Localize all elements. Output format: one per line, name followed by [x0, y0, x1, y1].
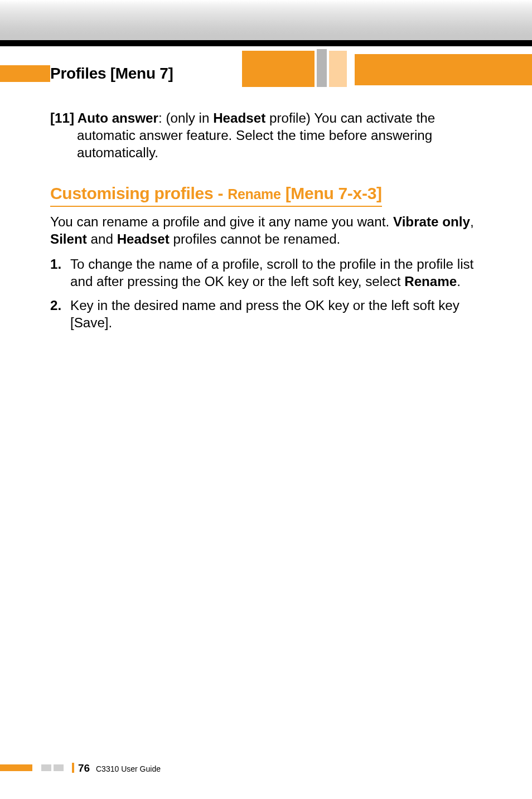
step-2-number: 2. — [50, 297, 70, 332]
h2-part2: [Menu 7-x-3] — [281, 184, 382, 202]
item-11-paragraph: [11] Auto answer: (only in Headset profi… — [50, 110, 494, 162]
item-11-colon: : (only in — [158, 110, 213, 125]
step-2: 2. Key in the desired name and press the… — [50, 297, 494, 332]
rename-intro-vibrate: Vibrate only — [393, 214, 470, 229]
step-1-rename: Rename — [404, 274, 457, 289]
rename-intro-t3: and — [87, 231, 117, 246]
rename-intro-silent: Silent — [50, 231, 87, 246]
step-1-dot: . — [457, 274, 461, 289]
rename-intro-t4: profiles cannot be renamed. — [170, 231, 341, 246]
footer-guide-label: C3310 User Guide — [96, 764, 161, 773]
header-orange-strip — [0, 65, 50, 82]
h2-rename: Rename — [228, 186, 280, 202]
step-2-body: Key in the desired name and press the OK… — [70, 297, 494, 332]
rename-intro-t2: , — [470, 214, 474, 229]
h2-part1: Customising profiles - — [50, 184, 228, 202]
section-title: Profiles [Menu 7] — [50, 60, 173, 83]
footer-bar-orange — [0, 764, 32, 771]
step-1-body: To change the name of a profile, scroll … — [70, 256, 494, 290]
footer-bar-gray-1 — [41, 764, 51, 771]
rename-intro-headset: Headset — [117, 231, 170, 246]
item-11-label: [11] Auto answer — [50, 110, 158, 125]
header-row: Profiles [Menu 7] — [0, 60, 532, 87]
step-1-number: 1. — [50, 256, 70, 290]
footer-divider — [72, 763, 74, 773]
heading-customising: Customising profiles - Rename [Menu 7-x-… — [50, 183, 494, 214]
footer-bar-gray-2 — [54, 764, 64, 771]
page-number: 76 — [78, 762, 90, 774]
top-gradient-band — [0, 0, 532, 40]
item-11-headset: Headset — [213, 110, 265, 125]
top-black-bar — [0, 40, 532, 46]
rename-intro-t1: You can rename a profile and give it any… — [50, 214, 393, 229]
step-1: 1. To change the name of a profile, scro… — [50, 256, 494, 290]
rename-intro-paragraph: You can rename a profile and give it any… — [50, 214, 494, 248]
page-content: [11] Auto answer: (only in Headset profi… — [50, 110, 494, 338]
page-footer: 76 C3310 User Guide — [0, 762, 532, 774]
